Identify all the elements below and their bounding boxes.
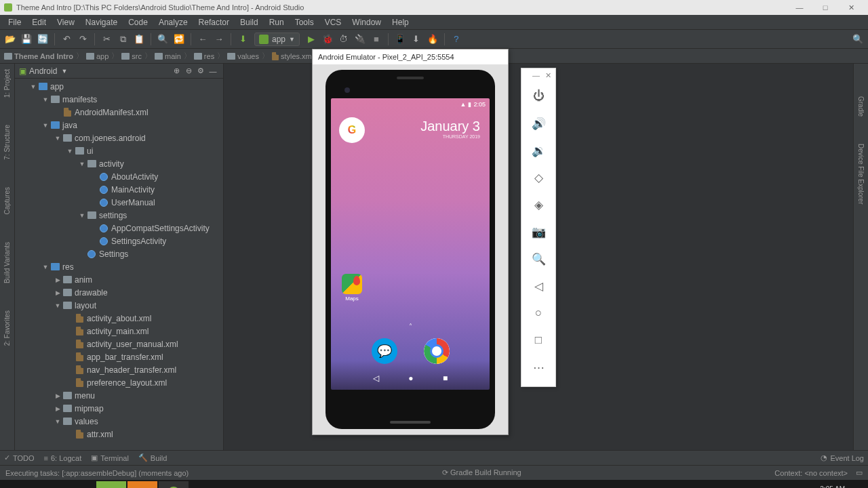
tab-project[interactable]: 1: Project: [3, 69, 11, 98]
menu-view[interactable]: View: [52, 16, 80, 29]
tree-item[interactable]: AppCompatSettingsActivity: [15, 222, 223, 235]
tab-favorites[interactable]: 2: Favorites: [3, 310, 11, 346]
emu-close-icon[interactable]: ✕: [545, 71, 551, 80]
taskview-icon[interactable]: ⧉: [65, 481, 95, 488]
tree-item[interactable]: ▼settings: [15, 209, 223, 222]
menu-file[interactable]: File: [3, 16, 26, 29]
android-statusbar[interactable]: ▲ ▮ 2:05: [331, 98, 490, 110]
bc-app[interactable]: app: [86, 52, 108, 60]
start-button[interactable]: ⊞: [3, 481, 33, 488]
date-widget[interactable]: January 3 THURSDAY 2019: [420, 119, 480, 139]
tree-item[interactable]: activity_main.xml: [15, 325, 223, 338]
cortana-icon[interactable]: ○: [34, 481, 64, 488]
bc-values[interactable]: values: [227, 52, 259, 60]
emu-volume-down-icon[interactable]: 🔉: [521, 137, 555, 164]
build-icon[interactable]: ⬇: [235, 32, 250, 47]
bc-res[interactable]: res: [194, 52, 214, 60]
tree-item[interactable]: activity_about.xml: [15, 312, 223, 325]
tree-item[interactable]: ▼manifests: [15, 93, 223, 106]
attach-icon[interactable]: 🔌: [353, 32, 368, 47]
taskbar-android-studio[interactable]: [159, 481, 189, 488]
menu-build[interactable]: Build: [235, 16, 264, 29]
tree-item[interactable]: SettingsActivity: [15, 235, 223, 247]
help-icon[interactable]: ?: [449, 32, 464, 47]
tree-item[interactable]: activity_user_manual.xml: [15, 338, 223, 350]
run-icon[interactable]: ▶: [304, 32, 319, 47]
status-context[interactable]: Context: <no context>: [774, 469, 848, 477]
project-tree[interactable]: ▼app▼manifestsAndroidManifest.xml▼java▼c…: [15, 79, 223, 450]
tree-item[interactable]: UserManual: [15, 196, 223, 209]
phone-screen[interactable]: ▲ ▮ 2:05 G January 3 THURSDAY 2019 Maps …: [331, 98, 490, 390]
collapse-icon[interactable]: ⊕: [170, 64, 182, 79]
tree-item[interactable]: ▼java: [15, 119, 223, 131]
tree-item[interactable]: AboutActivity: [15, 170, 223, 183]
minimize-button[interactable]: —: [787, 0, 812, 15]
nav-back-icon[interactable]: ◁: [373, 373, 379, 383]
view-dropdown-icon[interactable]: ▼: [61, 68, 67, 75]
find-icon[interactable]: 🔍: [155, 32, 170, 47]
tree-item[interactable]: ▶mipmap: [15, 402, 223, 415]
redo-icon[interactable]: ↷: [75, 32, 90, 47]
nav-home-icon[interactable]: ●: [408, 373, 413, 383]
event-log[interactable]: ◔ Event Log: [821, 453, 864, 462]
sync-icon[interactable]: 🔄: [35, 32, 50, 47]
emu-rotate-left-icon[interactable]: ◇: [521, 164, 555, 191]
undo-icon[interactable]: ↶: [59, 32, 74, 47]
tree-item[interactable]: ▼values: [15, 415, 223, 428]
cut-icon[interactable]: ✂: [99, 32, 114, 47]
stop-icon[interactable]: ■: [369, 32, 384, 47]
tray-clock[interactable]: 2:05 AM03-Jan-19: [814, 485, 845, 488]
tab-structure[interactable]: 7: Structure: [3, 125, 11, 160]
tree-item[interactable]: ▼ui: [15, 144, 223, 157]
taskbar-app-2[interactable]: [127, 481, 157, 488]
menu-run[interactable]: Run: [264, 16, 290, 29]
save-icon[interactable]: 💾: [19, 32, 34, 47]
bc-src[interactable]: src: [121, 52, 142, 60]
replace-icon[interactable]: 🔁: [172, 32, 186, 47]
tree-item[interactable]: MainActivity: [15, 183, 223, 196]
tab-logcat[interactable]: ≡ 6: Logcat: [44, 454, 82, 462]
bc-main[interactable]: main: [155, 52, 181, 60]
emu-screenshot-icon[interactable]: 📷: [521, 218, 555, 245]
tree-item[interactable]: attr.xml: [15, 428, 223, 441]
copy-icon[interactable]: ⧉: [115, 32, 130, 47]
emu-minimize-icon[interactable]: —: [532, 71, 540, 80]
tab-build[interactable]: 🔨 Build: [138, 453, 167, 462]
search-everywhere-icon[interactable]: 🔍: [850, 32, 865, 47]
tab-terminal[interactable]: ▣ Terminal: [91, 453, 129, 462]
forward-icon[interactable]: →: [212, 32, 226, 47]
tree-item[interactable]: ▼layout: [15, 299, 223, 312]
tab-device-explorer[interactable]: Device File Explorer: [857, 144, 865, 204]
tree-item[interactable]: ▼app: [15, 80, 223, 93]
emu-overview-icon[interactable]: □: [521, 327, 555, 354]
emu-back-icon[interactable]: ◁: [521, 272, 555, 300]
messages-app-icon[interactable]: 💬: [372, 338, 397, 364]
tree-item[interactable]: AndroidManifest.xml: [15, 106, 223, 119]
emu-home-icon[interactable]: ○: [521, 300, 555, 327]
menu-edit[interactable]: Edit: [26, 16, 52, 29]
tab-todo[interactable]: ✓ TODO: [4, 453, 35, 462]
bc-file[interactable]: styles.xml: [272, 52, 313, 60]
system-tray[interactable]: ˄ 🔋 📶 🔊 ENG 2:05 AM03-Jan-19 💬: [738, 485, 865, 488]
menu-help[interactable]: Help: [387, 16, 414, 29]
tree-item[interactable]: ▼com.joenes.android: [15, 131, 223, 144]
tab-build-variants[interactable]: Build Variants: [3, 242, 11, 283]
emu-volume-up-icon[interactable]: 🔊: [521, 110, 555, 137]
tab-captures[interactable]: Captures: [3, 187, 11, 215]
tree-item[interactable]: app_bar_transfer.xml: [15, 350, 223, 363]
settings-gear-icon[interactable]: ⚙: [195, 64, 207, 79]
menu-refactor[interactable]: Refactor: [193, 16, 235, 29]
maps-app-icon[interactable]: Maps: [342, 274, 362, 302]
bc-root[interactable]: Theme And Intro: [4, 52, 73, 60]
tab-gradle[interactable]: Gradle: [857, 96, 865, 117]
sdk-icon[interactable]: ⬇: [409, 32, 424, 47]
emu-more-icon[interactable]: ⋯: [521, 354, 555, 381]
menu-code[interactable]: Code: [123, 16, 153, 29]
google-search-widget[interactable]: G: [339, 117, 365, 143]
tree-item[interactable]: ▼activity: [15, 157, 223, 170]
menu-tools[interactable]: Tools: [290, 16, 319, 29]
emulator-window[interactable]: Android Emulator - Pixel_2_API_25:5554 ▲…: [312, 49, 509, 435]
back-icon[interactable]: ←: [195, 32, 210, 47]
open-icon[interactable]: 📂: [3, 32, 18, 47]
close-button[interactable]: ✕: [838, 0, 864, 15]
